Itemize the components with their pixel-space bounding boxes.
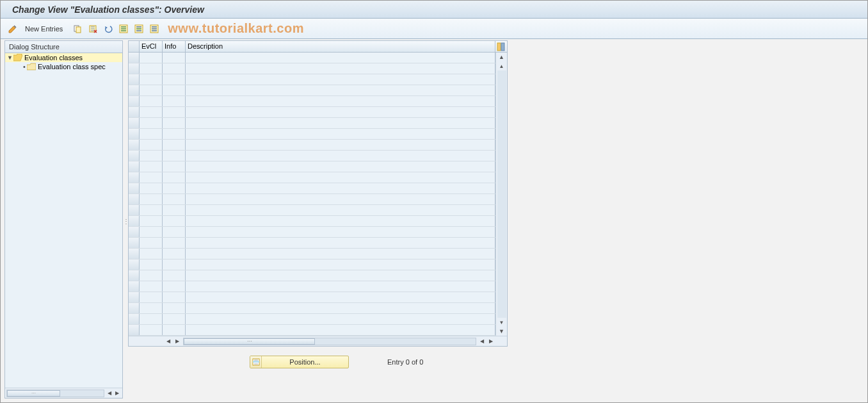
tree-toggle-icon[interactable]: ▼: [7, 54, 13, 61]
column-header-description[interactable]: Description: [186, 41, 495, 52]
cell-evcl[interactable]: [140, 238, 163, 248]
cell-info[interactable]: [163, 325, 186, 335]
cell-info[interactable]: [163, 216, 186, 226]
deselect-all-icon[interactable]: [147, 22, 161, 36]
row-selector[interactable]: [129, 259, 140, 270]
cell-evcl[interactable]: [140, 303, 163, 313]
cell-description[interactable]: [186, 281, 495, 292]
cell-info[interactable]: [163, 292, 186, 302]
cell-description[interactable]: [186, 314, 495, 324]
vscroll-track[interactable]: [497, 70, 506, 318]
cell-info[interactable]: [163, 238, 186, 248]
row-selector[interactable]: [129, 140, 140, 150]
cell-evcl[interactable]: [140, 107, 163, 117]
cell-info[interactable]: [163, 227, 186, 237]
change-icon[interactable]: [6, 22, 20, 36]
row-selector[interactable]: [129, 172, 140, 183]
cell-description[interactable]: [186, 216, 495, 226]
cell-evcl[interactable]: [140, 161, 163, 172]
row-selector[interactable]: [129, 292, 140, 302]
row-selector[interactable]: [129, 161, 140, 172]
cell-info[interactable]: [163, 194, 186, 204]
cell-info[interactable]: [163, 74, 186, 85]
cell-evcl[interactable]: [140, 314, 163, 324]
cell-description[interactable]: [186, 107, 495, 117]
row-selector[interactable]: [129, 194, 140, 204]
cell-evcl[interactable]: [140, 259, 163, 270]
tree-scrollbar-track[interactable]: ⋯: [6, 390, 104, 397]
row-selector[interactable]: [129, 85, 140, 95]
cell-evcl[interactable]: [140, 129, 163, 139]
cell-info[interactable]: [163, 172, 186, 183]
cell-description[interactable]: [186, 270, 495, 281]
scroll-left-icon[interactable]: ◀: [106, 390, 113, 397]
cell-evcl[interactable]: [140, 85, 163, 95]
cell-info[interactable]: [163, 249, 186, 259]
cell-description[interactable]: [186, 63, 495, 74]
row-selector[interactable]: [129, 281, 140, 292]
row-selector[interactable]: [129, 238, 140, 248]
cell-info[interactable]: [163, 63, 186, 74]
row-selector[interactable]: [129, 129, 140, 139]
cell-info[interactable]: [163, 259, 186, 270]
row-selector[interactable]: [129, 107, 140, 117]
position-button[interactable]: Position...: [250, 356, 349, 368]
row-selector[interactable]: [129, 205, 140, 215]
cell-evcl[interactable]: [140, 292, 163, 302]
cell-description[interactable]: [186, 118, 495, 128]
cell-info[interactable]: [163, 129, 186, 139]
cell-evcl[interactable]: [140, 194, 163, 204]
row-selector[interactable]: [129, 216, 140, 226]
new-entries-button[interactable]: New Entries: [25, 25, 63, 33]
cell-evcl[interactable]: [140, 53, 163, 63]
cell-evcl[interactable]: [140, 325, 163, 335]
cell-description[interactable]: [186, 183, 495, 193]
cell-info[interactable]: [163, 118, 186, 128]
row-selector[interactable]: [129, 53, 140, 63]
delete-icon[interactable]: [86, 22, 100, 36]
cell-info[interactable]: [163, 161, 186, 172]
scroll-top-icon[interactable]: ▲: [497, 53, 507, 62]
tree-item-evaluation-classes[interactable]: ▼ Evaluation classes: [5, 53, 122, 62]
select-block-icon[interactable]: [132, 22, 146, 36]
cell-description[interactable]: [186, 227, 495, 237]
hscroll-track[interactable]: ⋯: [183, 338, 476, 345]
undo-icon[interactable]: [101, 22, 115, 36]
cell-description[interactable]: [186, 259, 495, 270]
cell-info[interactable]: [163, 85, 186, 95]
cell-description[interactable]: [186, 151, 495, 161]
cell-info[interactable]: [163, 303, 186, 313]
table-horizontal-scrollbar[interactable]: ◀ ▶ ⋯ ◀ ▶: [129, 336, 507, 346]
cell-evcl[interactable]: [140, 172, 163, 183]
cell-info[interactable]: [163, 205, 186, 215]
cell-evcl[interactable]: [140, 96, 163, 106]
cell-evcl[interactable]: [140, 140, 163, 150]
cell-description[interactable]: [186, 238, 495, 248]
cell-info[interactable]: [163, 281, 186, 292]
scroll-up-icon[interactable]: ▲: [497, 62, 507, 70]
cell-info[interactable]: [163, 270, 186, 281]
table-configure-icon[interactable]: [495, 41, 507, 52]
row-selector[interactable]: [129, 96, 140, 106]
row-selector[interactable]: [129, 118, 140, 128]
tree-horizontal-scrollbar[interactable]: ⋯ ◀ ▶: [5, 388, 122, 398]
cell-evcl[interactable]: [140, 249, 163, 259]
column-header-info[interactable]: Info: [163, 41, 186, 52]
scroll-left-icon[interactable]: ◀: [164, 337, 173, 346]
cell-description[interactable]: [186, 205, 495, 215]
row-selector[interactable]: [129, 303, 140, 313]
cell-description[interactable]: [186, 325, 495, 335]
cell-evcl[interactable]: [140, 216, 163, 226]
cell-description[interactable]: [186, 161, 495, 172]
cell-info[interactable]: [163, 96, 186, 106]
row-selector[interactable]: [129, 227, 140, 237]
row-selector[interactable]: [129, 314, 140, 324]
cell-evcl[interactable]: [140, 118, 163, 128]
cell-evcl[interactable]: [140, 151, 163, 161]
tree-item-evaluation-class-spec[interactable]: • Evaluation class spec: [5, 62, 122, 71]
cell-evcl[interactable]: [140, 74, 163, 85]
cell-description[interactable]: [186, 53, 495, 63]
cell-description[interactable]: [186, 249, 495, 259]
row-selector[interactable]: [129, 270, 140, 281]
cell-description[interactable]: [186, 303, 495, 313]
